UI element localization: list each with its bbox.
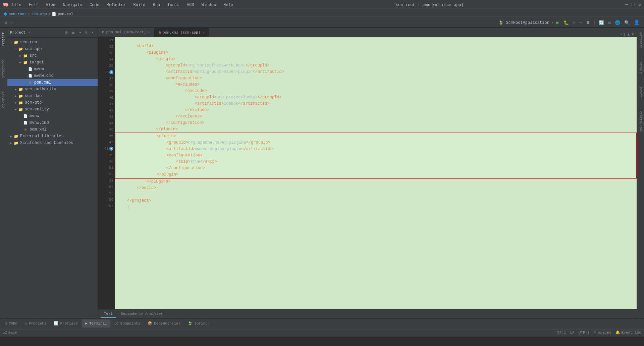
expand-all-icon[interactable]: ☰ bbox=[70, 30, 76, 35]
bottom-tab-todo[interactable]: ☑ TODO bbox=[1, 319, 21, 328]
git-changes-badge: ✓ 1 bbox=[621, 32, 626, 37]
project-sidebar: Project ▾ ⊞ ☰ ⇥ ⚙ ✕ ▾ 📁 scm-root ▾ 📂 scm… bbox=[7, 28, 98, 318]
tree-item-target[interactable]: ▶ 📁 target bbox=[7, 59, 98, 66]
translate-button[interactable]: 🌐 bbox=[613, 19, 622, 26]
breadcrumb-root[interactable]: scm-root bbox=[9, 12, 26, 16]
breadcrumb-part2[interactable]: scm-app bbox=[31, 12, 47, 16]
tree-item-scm-entity[interactable]: ▶ 📁 scm-entity bbox=[7, 106, 98, 113]
tree-item-mvnw-cmd[interactable]: 📄 mvnw.cmd bbox=[7, 72, 98, 79]
tree-item-scratches[interactable]: ▶ 📁 Scratches and Consoles bbox=[7, 140, 98, 146]
folder-icon: 📂 bbox=[18, 46, 23, 52]
menu-refactor[interactable]: Refactor bbox=[105, 2, 127, 8]
gutter-line-37: 37 bbox=[98, 75, 115, 82]
line-ending[interactable]: LF bbox=[570, 331, 575, 335]
file-encoding[interactable]: UTF-8 bbox=[579, 331, 590, 335]
search-everywhere-button[interactable]: 🔍 bbox=[623, 19, 631, 26]
right-tab-gradle[interactable]: Gradle bbox=[638, 60, 643, 76]
menu-edit[interactable]: Edit bbox=[28, 2, 40, 8]
arrow-icon: ▶ bbox=[18, 61, 23, 64]
folder-icon: 📁 bbox=[18, 87, 23, 92]
menu-run[interactable]: Run bbox=[151, 2, 161, 8]
tree-item-src[interactable]: ▶ 📁 src bbox=[7, 52, 98, 59]
bottom-tab-endpoints[interactable]: ⎇ Endpoints bbox=[111, 319, 144, 328]
tab-close-button[interactable]: ✕ bbox=[148, 30, 150, 34]
tree-item-mvnw-root[interactable]: 📄 mvnw bbox=[7, 113, 98, 119]
left-tab-project[interactable]: Project bbox=[1, 30, 6, 48]
event-log[interactable]: 🔔 Event Log bbox=[615, 330, 641, 335]
line-number: 44 bbox=[106, 121, 113, 125]
left-tab-structure[interactable]: Structure bbox=[1, 58, 6, 80]
scroll-down-btn[interactable]: ▼ bbox=[632, 33, 634, 37]
forward-button[interactable]: ▷ bbox=[9, 19, 15, 26]
tree-item-pom-root[interactable]: m pom.xml bbox=[7, 126, 98, 133]
indent-setting[interactable]: 4 spaces bbox=[594, 331, 611, 335]
left-tab-bookmarks[interactable]: Bookmarks bbox=[1, 89, 6, 111]
menu-file[interactable]: File bbox=[10, 2, 23, 8]
stop-button[interactable]: ⏹ bbox=[585, 19, 592, 26]
update-app-button[interactable]: 🔄 bbox=[597, 19, 605, 26]
tab-pom-app[interactable]: m pom.xml (scm-app) ✕ bbox=[154, 28, 209, 37]
run-button[interactable]: ▶ bbox=[555, 19, 560, 27]
tree-item-scm-root[interactable]: ▾ 📁 scm-root bbox=[7, 39, 98, 46]
right-tab-maven[interactable]: Maven bbox=[638, 85, 643, 99]
todo-icon: ☑ bbox=[5, 321, 7, 326]
run-with-coverage-button[interactable]: ⚡ bbox=[572, 19, 577, 26]
menu-window[interactable]: Window bbox=[200, 2, 217, 8]
editor-tab-text[interactable]: Text bbox=[101, 310, 116, 318]
right-tab-restfultool[interactable]: RestfulTool bbox=[638, 109, 643, 135]
collapse-all-icon[interactable]: ⊞ bbox=[64, 30, 69, 35]
code-line-50: <skip>true</skip> bbox=[115, 159, 637, 165]
menu-build[interactable]: Build bbox=[132, 2, 147, 8]
sidebar-tree: ▾ 📁 scm-root ▾ 📂 scm-app ▶ 📁 src ▶ 📁 tar… bbox=[7, 38, 98, 318]
settings-icon[interactable]: ⚙ bbox=[84, 30, 89, 35]
right-tab-database[interactable]: Database bbox=[638, 30, 643, 50]
tree-item-external-libs[interactable]: ▶ 📁 External Libraries bbox=[7, 133, 98, 140]
menu-code[interactable]: Code bbox=[88, 2, 101, 8]
breadcrumb-icon: 🔷 bbox=[3, 12, 7, 16]
breadcrumb-file[interactable]: pom.xml bbox=[58, 12, 73, 16]
line-number: 46 bbox=[106, 134, 113, 138]
cursor-position[interactable]: 57:1 bbox=[557, 331, 566, 335]
profiler-icon: 📊 bbox=[54, 321, 58, 326]
close-button[interactable]: ✕ bbox=[638, 2, 641, 8]
bottom-tab-problems[interactable]: ⚠ Problems bbox=[21, 319, 50, 328]
back-button[interactable]: ◁ bbox=[3, 19, 8, 26]
line-number: 34 bbox=[106, 57, 113, 61]
menu-tools[interactable]: Tools bbox=[166, 2, 181, 8]
tree-item-scm-dto[interactable]: ▶ 📁 scm-dto bbox=[7, 99, 98, 106]
bottom-tab-terminal[interactable]: ▶ Terminal bbox=[82, 319, 110, 328]
menu-navigate[interactable]: Navigate bbox=[61, 2, 84, 8]
tree-item-scm-authority[interactable]: ▶ 📁 scm-authority bbox=[7, 86, 98, 93]
menu-vcs[interactable]: VCS bbox=[185, 2, 196, 8]
minimize-button[interactable]: ─ bbox=[625, 2, 628, 8]
bottom-tab-dependencies[interactable]: 📦 Dependencies bbox=[144, 319, 184, 328]
gutter-line-52: 52 bbox=[98, 171, 115, 177]
code-line-41: <artifactId>lombok</artifactId> bbox=[115, 101, 637, 107]
profile-button[interactable]: 👤 bbox=[632, 19, 641, 27]
tree-item-mvnw[interactable]: 📄 mvnw bbox=[7, 66, 98, 72]
tree-item-scm-app[interactable]: ▾ 📂 scm-app bbox=[7, 46, 98, 52]
debug-button[interactable]: 🐛 bbox=[562, 19, 570, 26]
tab-close-button[interactable]: ✕ bbox=[202, 31, 204, 35]
line-number: 45 bbox=[106, 128, 113, 132]
code-scroll-area[interactable]: <build> <plugins> <plugin> <groupId>org.… bbox=[115, 37, 637, 309]
editor-tab-dependency[interactable]: Dependency Analyzer bbox=[117, 310, 166, 318]
tab-pom-root[interactable]: m pom.xml (scm-root) ✕ bbox=[98, 28, 154, 37]
more-run-options[interactable]: ⋯ bbox=[578, 19, 583, 26]
tree-item-mvnw-cmd-root[interactable]: 📄 mvnw.cmd bbox=[7, 119, 98, 126]
run-options-button[interactable]: ⚙ bbox=[607, 19, 612, 26]
bottom-tab-spring[interactable]: 🍃 Spring bbox=[184, 319, 211, 328]
tree-item-scm-dao[interactable]: ▶ 📁 scm-dao bbox=[7, 93, 98, 99]
menu-view[interactable]: View bbox=[45, 2, 57, 8]
scroll-to-source-icon[interactable]: ⇥ bbox=[77, 30, 83, 35]
close-sidebar-icon[interactable]: ✕ bbox=[90, 30, 95, 35]
tree-label: src bbox=[30, 53, 37, 58]
git-icon: ✓ bbox=[621, 32, 623, 37]
scroll-up-btn[interactable]: ▲ bbox=[628, 33, 630, 37]
run-config-selector[interactable]: 🍃 ScmRootApplication ▾ bbox=[499, 20, 553, 25]
menu-help[interactable]: Help bbox=[222, 2, 234, 8]
tree-item-pom-app[interactable]: m pom.xml bbox=[7, 79, 98, 86]
bottom-tab-profiler[interactable]: 📊 Profiler bbox=[50, 319, 81, 328]
maximize-button[interactable]: □ bbox=[632, 2, 635, 8]
git-status[interactable]: ⎇ main bbox=[3, 330, 17, 335]
